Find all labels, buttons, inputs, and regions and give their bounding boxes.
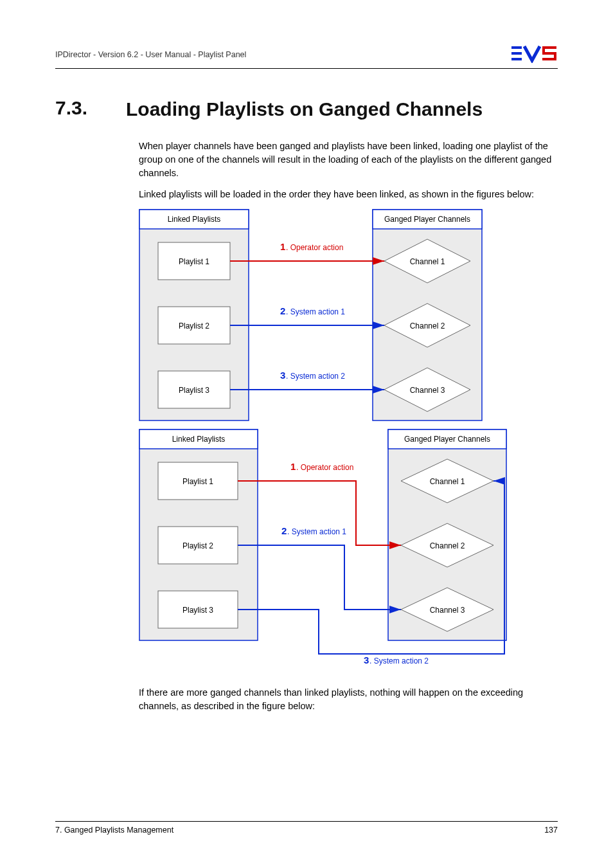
paragraph-3: If there are more ganged channels than l…	[139, 686, 558, 713]
d1-channel-3: Channel 3	[410, 386, 445, 395]
d2-playlist-2: Playlist 2	[182, 541, 213, 550]
paragraph-2: Linked playlists will be loaded in the o…	[139, 188, 558, 201]
d1-label-1: . Operator action	[286, 243, 343, 252]
footer-page-number: 137	[544, 826, 558, 835]
d1-channel-1: Channel 1	[410, 257, 445, 266]
diagram-1: Linked Playlists Ganged Player Channels …	[139, 209, 558, 424]
d2-channel-3: Channel 3	[430, 606, 465, 615]
d1-num-1: 1	[280, 241, 285, 252]
d1-right-header: Ganged Player Channels	[384, 215, 470, 224]
d2-right-header: Ganged Player Channels	[404, 435, 490, 444]
d2-label-2: . System action 1	[287, 527, 346, 536]
svg-rect-1	[511, 52, 522, 55]
evs-logo	[511, 44, 558, 66]
d2-label-1: . Operator action	[296, 463, 353, 472]
footer-chapter: 7. Ganged Playlists Management	[55, 826, 173, 835]
doc-title: IPDirector - Version 6.2 - User Manual -…	[55, 50, 246, 59]
d1-playlist-3: Playlist 3	[179, 386, 209, 395]
page-footer: 7. Ganged Playlists Management 137	[55, 821, 558, 835]
d1-label-2: . System action 1	[286, 307, 345, 316]
d1-playlist-1: Playlist 1	[179, 257, 209, 266]
d2-playlist-1: Playlist 1	[182, 477, 213, 486]
d2-channel-1: Channel 1	[430, 477, 465, 486]
d2-left-header: Linked Playlists	[172, 435, 226, 444]
d2-num-2: 2	[281, 525, 287, 536]
d1-label-3: . System action 2	[286, 372, 345, 381]
section-heading: 7.3. Loading Playlists on Ganged Channel…	[55, 97, 558, 122]
d1-num-2: 2	[280, 305, 285, 316]
svg-rect-7	[542, 58, 556, 60]
section-title: Loading Playlists on Ganged Channels	[126, 97, 483, 122]
d1-playlist-2: Playlist 2	[179, 321, 209, 330]
diagram-2: Linked Playlists Ganged Player Channels …	[139, 429, 558, 669]
svg-rect-2	[511, 58, 522, 60]
d2-label-3: . System action 2	[369, 656, 429, 665]
section-number: 7.3.	[55, 97, 102, 122]
d2-channel-2: Channel 2	[430, 541, 465, 550]
svg-rect-0	[511, 46, 522, 49]
d1-num-3: 3	[280, 370, 285, 381]
d1-channel-2: Channel 2	[410, 321, 445, 330]
d2-playlist-3: Playlist 3	[182, 606, 213, 615]
page-header: IPDirector - Version 6.2 - User Manual -…	[55, 44, 558, 69]
paragraph-1: When player channels have been ganged an…	[139, 140, 558, 180]
d1-left-header: Linked Playlists	[168, 215, 221, 224]
d2-num-1: 1	[290, 461, 296, 472]
d2-num-3: 3	[364, 655, 369, 665]
